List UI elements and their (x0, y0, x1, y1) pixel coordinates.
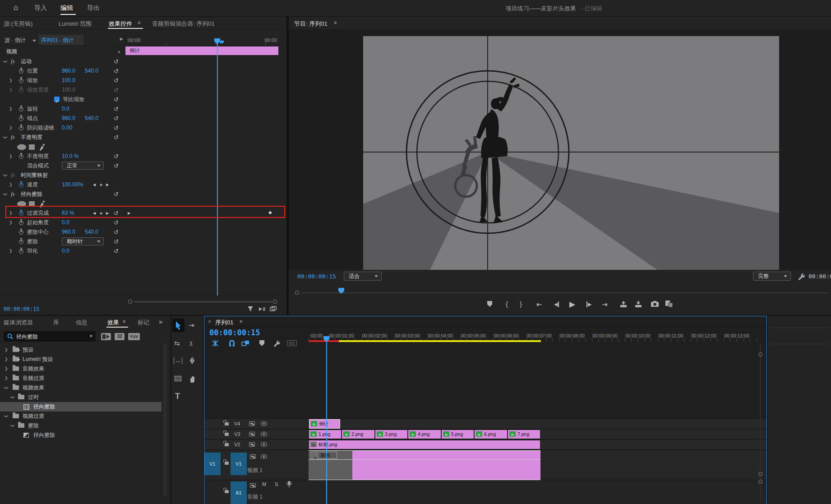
a1-track-name[interactable]: 音频 1 (247, 493, 263, 501)
ec-antiflicker-value[interactable]: 0.00 (62, 123, 72, 133)
playback-resolution-select[interactable]: 完整 (753, 272, 791, 281)
snap-magnet-icon[interactable] (228, 340, 235, 347)
stopwatch-icon[interactable] (19, 116, 23, 121)
go-to-in-icon[interactable]: ⇤ (536, 301, 542, 309)
a1-sync-lock-icon[interactable] (250, 483, 256, 488)
tree-item-wipe-folder[interactable]: ❯ 擦除 (0, 421, 162, 430)
fx-badge-icon[interactable] (310, 442, 317, 447)
track-select-forward-tool-icon[interactable]: ⇥ (189, 321, 194, 329)
go-to-out-icon[interactable]: ⇥ (602, 301, 608, 309)
clip-v3-5[interactable]: 5.png (441, 430, 474, 439)
tab-edit[interactable]: 编辑 (60, 4, 73, 12)
tree-item-radial-wipe-transition[interactable]: 径向擦除 (0, 430, 162, 440)
tab-lumetri-scopes[interactable]: Lumetri 范围 (59, 20, 92, 28)
reset-icon[interactable]: ↺ (114, 218, 119, 227)
v2-track-label[interactable]: V2 (234, 442, 240, 447)
reset-icon[interactable]: ↺ (114, 227, 119, 237)
ec-position-x[interactable]: 960.0 (62, 66, 75, 76)
tree-item-video-transitions[interactable]: ❯ 视频过渡 (0, 412, 162, 421)
insert-overwrite-icon[interactable] (212, 340, 219, 347)
v3-track-label[interactable]: V3 (234, 431, 240, 437)
clip-v2-biaoba[interactable]: 标靶.png (309, 440, 540, 449)
filter-funnel-icon[interactable] (247, 306, 254, 312)
ec-section-video[interactable]: 视频 ▲ (0, 47, 286, 56)
tree-item-lumetri-presets[interactable]: ❯ Lumetri 预设 (0, 355, 162, 364)
linked-selection-icon[interactable] (241, 340, 249, 347)
source-clip-chevron-icon[interactable] (32, 40, 36, 42)
expand-chevron-icon[interactable]: ❯ (9, 180, 13, 190)
timeline-vscroll-bottom-knob[interactable] (758, 472, 762, 476)
ec-divider[interactable] (125, 29, 125, 296)
reset-icon[interactable]: ↺ (114, 66, 119, 76)
v4-lock-icon[interactable] (225, 422, 229, 425)
stopwatch-icon[interactable] (19, 79, 23, 83)
mark-in-icon[interactable]: { (506, 300, 508, 308)
lift-icon[interactable] (619, 301, 628, 308)
ec-row-motion[interactable]: ❯ 运动 ↺ (0, 57, 286, 66)
uniform-scale-checkbox[interactable] (54, 97, 60, 102)
captions-icon[interactable]: CC (287, 340, 297, 346)
tab-overflow-icon[interactable]: » (159, 318, 162, 325)
tab-sequence[interactable]: 序列01 (215, 319, 233, 327)
a1-mute-button[interactable]: M (262, 481, 266, 487)
ec-header-play-icon[interactable]: ▶ (120, 37, 123, 41)
pen-tool-icon[interactable] (189, 356, 195, 365)
ec-row-anchor[interactable]: 锚点 960.0 540.0 ↺ (0, 114, 286, 123)
ec-row-antiflicker[interactable]: ❯ 防闪烁滤镜 0.00 ↺ (0, 123, 286, 133)
fx-badge-icon[interactable] (310, 431, 317, 437)
a1-solo-button[interactable]: S (275, 481, 278, 487)
reset-icon[interactable]: ↺ (114, 152, 119, 161)
ec-zoom-out-knob[interactable] (128, 300, 132, 304)
tab-program-monitor[interactable]: 节目: 序列01 (294, 20, 328, 28)
ec-row-time-remap-group[interactable]: ❯ 时间重映射 (0, 171, 286, 180)
ec-row-wipe[interactable]: 擦除 顺时针 ↺ (0, 237, 286, 246)
ec-row-start-angle[interactable]: ❯ 起始角度 0.0 ↺ (0, 218, 286, 227)
program-menu-icon[interactable]: ≡ (334, 20, 337, 25)
add-marker-icon[interactable] (487, 301, 492, 307)
tab-source-monitor[interactable]: 源:(无剪辑) (4, 20, 32, 28)
v3-sync-lock-icon[interactable] (249, 432, 255, 436)
a1-lock-icon[interactable] (225, 490, 229, 493)
expand-chevron-icon[interactable]: ❯ (0, 174, 10, 177)
ec-wipe-center-y[interactable]: 540.0 (85, 227, 98, 237)
v3-toggle-output-icon[interactable] (261, 432, 267, 436)
program-timecode[interactable]: 00:00:00:15 (297, 273, 336, 280)
ec-row-rotation[interactable]: ❯ 旋转 0.0 ↺ (0, 104, 286, 114)
expand-chevron-icon[interactable]: ❯ (9, 152, 13, 161)
timeline-menu-icon[interactable]: ≡ (240, 319, 242, 324)
zoom-level-select[interactable]: 适合 (344, 272, 382, 281)
v1-source-patch[interactable]: V1 (204, 453, 221, 475)
tab-libraries[interactable]: 库 (53, 319, 59, 327)
mark-out-icon[interactable]: } (520, 300, 522, 308)
fx-badge-icon[interactable] (312, 453, 319, 458)
v1-lock-icon[interactable] (225, 462, 229, 465)
reset-icon[interactable]: ↺ (114, 76, 119, 85)
razor-tool-icon[interactable]: ✂ (187, 341, 195, 347)
clear-search-icon[interactable]: × (89, 333, 93, 339)
clip-v4-daoji[interactable]: 倒计 (309, 419, 340, 429)
extract-icon[interactable] (634, 301, 642, 308)
ec-anchor-y[interactable]: 540.0 (85, 114, 98, 123)
a1-track-target[interactable]: A1 (231, 481, 247, 504)
v1-toggle-output-icon[interactable] (261, 454, 267, 459)
program-scrub-left-knob[interactable] (295, 291, 299, 295)
effect-controls-menu-icon[interactable]: ≡ (138, 20, 140, 25)
comparison-view-icon[interactable] (665, 300, 674, 308)
timeline-vscroll-bottom-knob2[interactable] (758, 480, 762, 484)
video-frame[interactable] (363, 36, 779, 270)
ec-anchor-x[interactable]: 960.0 (62, 114, 75, 123)
ec-row-blend-mode[interactable]: 混合模式 正常 ↺ (0, 161, 286, 171)
stopwatch-icon[interactable] (19, 249, 23, 254)
stopwatch-icon[interactable] (19, 107, 23, 111)
clip-v3-6[interactable]: 6.png (474, 430, 508, 439)
settings-wrench-icon[interactable] (797, 273, 805, 280)
ec-rotation-value[interactable]: 0.0 (62, 104, 69, 114)
tab-media-browser[interactable]: 媒体浏览器 (4, 319, 33, 327)
v4-track-label[interactable]: V4 (234, 421, 240, 426)
play-around-icon[interactable] (258, 306, 266, 312)
fx-badge-icon[interactable] (443, 431, 449, 437)
clip-v3-1[interactable]: 1.png (309, 430, 342, 439)
fx-badge-icon[interactable] (311, 421, 317, 426)
tree-item-audio-effects[interactable]: ❯ 音频效果 (0, 364, 162, 374)
expand-chevron-icon[interactable]: ❯ (9, 218, 13, 227)
